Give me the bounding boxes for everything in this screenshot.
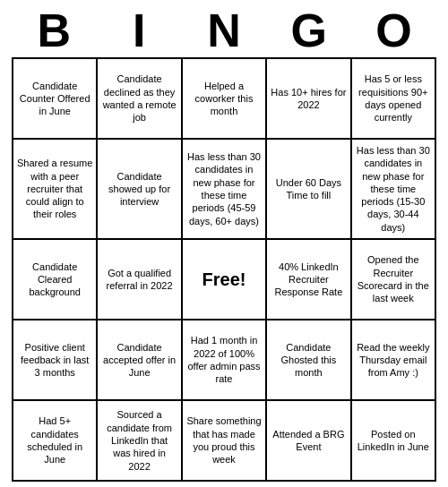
bingo-cell-r4c2[interactable]: Share something that has made you proud … (183, 401, 267, 482)
bingo-cell-r1c4[interactable]: Has less than 30 candidates in new phase… (352, 140, 436, 240)
bingo-cell-r0c3[interactable]: Has 10+ hires for 2022 (267, 59, 351, 140)
bingo-cell-r4c0[interactable]: Had 5+ candidates scheduled in June (13, 401, 98, 482)
cell-text-r4c3: Attended a BRG Event (271, 428, 346, 454)
bingo-cell-r4c4[interactable]: Posted on LinkedIn in June (352, 401, 436, 482)
letter-g: G (270, 7, 349, 54)
cell-text-r4c2: Share something that has made you proud … (186, 414, 262, 466)
cell-text-r0c2: Helped a coworker this month (186, 80, 262, 118)
cell-text-r3c3: Candidate Ghosted this month (271, 341, 346, 380)
cell-text-r0c3: Has 10+ hires for 2022 (271, 86, 346, 112)
bingo-cell-r0c4[interactable]: Has 5 or less requisitions 90+ days open… (352, 59, 436, 140)
letter-i: I (99, 7, 178, 54)
cell-text-r4c4: Posted on LinkedIn in June (356, 428, 431, 454)
bingo-cell-r4c1[interactable]: Sourced a candidate from LinkedIn that w… (98, 401, 182, 482)
cell-text-r1c3: Under 60 Days Time to fill (271, 176, 346, 202)
bingo-cell-r1c0[interactable]: Shared a resume with a peer recruiter th… (13, 140, 98, 240)
bingo-cell-r0c1[interactable]: Candidate declined as they wanted a remo… (98, 59, 182, 140)
bingo-cell-r3c1[interactable]: Candidate accepted offer in June (98, 320, 182, 401)
bingo-cell-r1c1[interactable]: Candidate showed up for interview (98, 140, 182, 240)
cell-text-r2c2: Free! (202, 268, 246, 291)
bingo-cell-r3c2[interactable]: Had 1 month in 2022 of 100% offer admin … (183, 320, 267, 401)
cell-text-r4c0: Had 5+ candidates scheduled in June (17, 414, 92, 466)
bingo-cell-r3c4[interactable]: Read the weekly Thursday email from Amy … (352, 320, 436, 401)
cell-text-r1c1: Candidate showed up for interview (101, 170, 177, 209)
bingo-cell-r0c2[interactable]: Helped a coworker this month (183, 59, 267, 140)
cell-text-r1c0: Shared a resume with a peer recruiter th… (17, 157, 92, 220)
cell-text-r1c2: Has less than 30 candidates in new phase… (186, 150, 262, 227)
bingo-cell-r3c0[interactable]: Positive client feedback in last 3 month… (13, 320, 98, 401)
bingo-cell-r1c2[interactable]: Has less than 30 candidates in new phase… (183, 140, 267, 240)
bingo-cell-r2c4[interactable]: Opened the Recruiter Scorecard in the la… (352, 240, 436, 320)
letter-o: O (355, 7, 434, 54)
cell-text-r0c0: Candidate Counter Offered in June (17, 80, 92, 118)
bingo-title: B I N G O (12, 7, 436, 54)
bingo-cell-r2c1[interactable]: Got a qualified referral in 2022 (98, 240, 182, 320)
cell-text-r2c0: Candidate Cleared background (17, 261, 92, 299)
bingo-cell-r1c3[interactable]: Under 60 Days Time to fill (267, 140, 351, 240)
cell-text-r2c1: Got a qualified referral in 2022 (101, 267, 177, 293)
cell-text-r3c4: Read the weekly Thursday email from Amy … (356, 341, 431, 380)
cell-text-r0c1: Candidate declined as they wanted a remo… (101, 73, 177, 124)
bingo-cell-r4c3[interactable]: Attended a BRG Event (267, 401, 351, 482)
cell-text-r0c4: Has 5 or less requisitions 90+ days open… (356, 73, 431, 124)
cell-text-r3c0: Positive client feedback in last 3 month… (17, 341, 92, 380)
bingo-cell-r3c3[interactable]: Candidate Ghosted this month (267, 320, 351, 401)
bingo-cell-r0c0[interactable]: Candidate Counter Offered in June (13, 59, 98, 140)
cell-text-r1c4: Has less than 30 candidates in new phase… (356, 144, 431, 234)
cell-text-r3c1: Candidate accepted offer in June (101, 341, 177, 380)
letter-b: B (14, 7, 93, 54)
cell-text-r4c1: Sourced a candidate from LinkedIn that w… (101, 408, 177, 472)
cell-text-r3c2: Had 1 month in 2022 of 100% offer admin … (186, 334, 262, 385)
bingo-card: B I N G O Candidate Counter Offered in J… (4, 0, 444, 487)
bingo-grid: Candidate Counter Offered in JuneCandida… (12, 57, 436, 482)
bingo-cell-r2c2[interactable]: Free! (183, 240, 267, 320)
bingo-cell-r2c0[interactable]: Candidate Cleared background (13, 240, 98, 320)
letter-n: N (185, 7, 263, 54)
cell-text-r2c4: Opened the Recruiter Scorecard in the la… (356, 253, 431, 304)
cell-text-r2c3: 40% LinkedIn Recruiter Response Rate (271, 261, 346, 299)
bingo-cell-r2c3[interactable]: 40% LinkedIn Recruiter Response Rate (267, 240, 351, 320)
